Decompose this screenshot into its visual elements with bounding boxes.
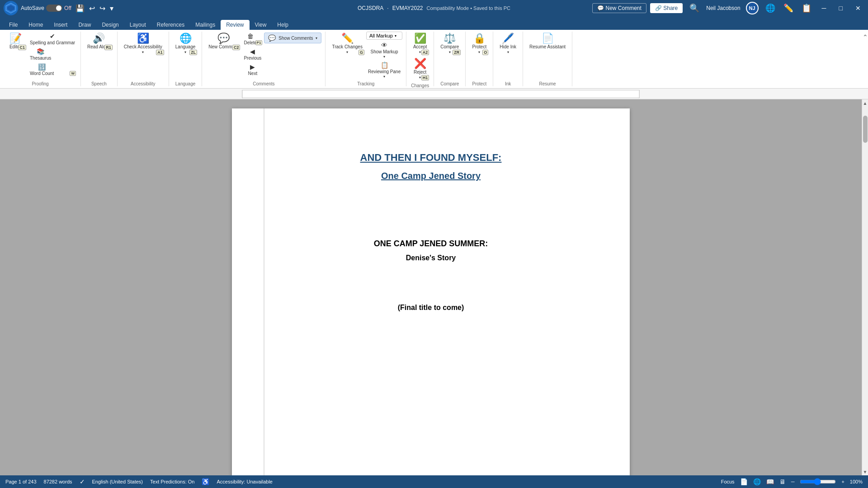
proofing-items: 📝 Editor C1 ✔ Spelling and Grammar 📚 The… [4, 32, 77, 80]
focus-button[interactable]: Focus [721, 479, 735, 484]
tab-home[interactable]: Home [23, 20, 48, 30]
new-comment-icon: 💬 [217, 33, 230, 43]
zoom-slider[interactable] [800, 478, 836, 485]
ribbon-display-button[interactable]: 📋 [800, 2, 813, 14]
ribbon-group-tracking: ✏️ Track Changes ▾ G All Markup ▾ 👁 Show… [326, 32, 406, 86]
read-aloud-keytip: R1 [104, 45, 113, 50]
minimize-button[interactable]: ─ [818, 0, 830, 16]
scroll-down-button[interactable]: ▼ [862, 468, 868, 475]
accessibility-icon: ♿ [137, 33, 149, 43]
previous-icon: ◀ [250, 48, 255, 55]
word-count-keytip: W [70, 71, 76, 76]
hide-ink-button[interactable]: 🖊️ Hide Ink ▾ [497, 32, 519, 56]
next-icon: ▶ [250, 63, 255, 70]
autosave-label: AutoSave [21, 5, 44, 11]
ribbon-group-proofing: 📝 Editor C1 ✔ Spelling and Grammar 📚 The… [0, 32, 81, 86]
document-heading3: (Final title to come) [275, 304, 586, 312]
immersive-reader-icon[interactable]: 🖥 [779, 478, 786, 485]
tab-draw[interactable]: Draw [73, 20, 96, 30]
reject-keytip: H1 [421, 75, 429, 80]
tab-view[interactable]: View [250, 20, 272, 30]
title-bar-right: 💬 New Comment 🔗 Share 🔍 Neil Jacobson NJ… [592, 0, 864, 16]
reading-layout-icon[interactable]: 📖 [766, 478, 774, 485]
status-left: Page 1 of 243 87282 words ✓ English (Uni… [5, 478, 273, 485]
ribbon-group-accessibility: ♿ Check Accessibility ▾ A1 Accessibility [118, 32, 169, 86]
autosave-state: Off [64, 5, 71, 11]
tab-layout[interactable]: Layout [124, 20, 151, 30]
tab-file[interactable]: File [4, 20, 23, 30]
markup-dropdown[interactable]: All Markup ▾ [366, 32, 402, 40]
tab-references[interactable]: References [151, 20, 190, 30]
status-bar: Page 1 of 243 87282 words ✓ English (Uni… [0, 475, 868, 488]
print-layout-icon[interactable]: 📄 [740, 478, 748, 485]
spacer2 [275, 267, 586, 304]
margin-bar [264, 108, 264, 475]
accept-icon: ✅ [414, 33, 426, 43]
spelling-icon: ✔ [50, 33, 55, 40]
autosave-toggle[interactable] [46, 5, 62, 12]
editor-icon: 📝 [9, 33, 22, 43]
globe-button[interactable]: 🌐 [764, 2, 777, 14]
tab-insert[interactable]: Insert [48, 20, 73, 30]
document-title-main: AND THEN I FOUND MYSELF: [275, 152, 586, 164]
thesaurus-icon: 📚 [37, 48, 44, 55]
ribbon-collapse[interactable]: ⌃ [863, 32, 868, 86]
zoom-in-button[interactable]: + [841, 479, 844, 484]
show-comments-icon: 💬 [268, 35, 276, 41]
comments-share-area: 💬 New Comment 🔗 Share [592, 3, 683, 13]
share-button[interactable]: 🔗 Share [650, 3, 683, 13]
protect-label: Protect [472, 80, 486, 86]
maximize-button[interactable]: □ [835, 0, 846, 16]
scroll-thumb[interactable] [863, 116, 868, 143]
qab-more-button[interactable]: ▾ [108, 3, 115, 14]
show-comments-button[interactable]: 💬 Show Comments ▾ [264, 33, 321, 43]
zoom-out-button[interactable]: ─ [791, 479, 795, 484]
tab-mailings[interactable]: Mailings [190, 20, 221, 30]
search-button[interactable]: 🔍 [688, 2, 701, 14]
spacer1 [275, 203, 586, 239]
file-version: EVMAY2022 [392, 5, 423, 11]
tab-design[interactable]: Design [96, 20, 124, 30]
resume-assistant-button[interactable]: 📄 Resume Assistant [527, 32, 568, 51]
collapse-arrow-icon[interactable]: ⌃ [863, 33, 868, 41]
resume-label: Resume [539, 80, 556, 86]
save-qab-button[interactable]: 💾 [74, 3, 86, 14]
zoom-level: 100% [850, 479, 863, 484]
language-status: English (United States) [92, 479, 143, 484]
close-button[interactable]: ✕ [852, 0, 864, 16]
previous-comment-button[interactable]: ◀ Previous [242, 47, 263, 61]
pen-button[interactable]: ✏️ [782, 2, 795, 14]
title-bar-left: AutoSave Off 💾 ↩ ↪ ▾ [4, 1, 115, 15]
ruler [242, 90, 640, 98]
scroll-up-button[interactable]: ▲ [862, 99, 868, 107]
ribbon-group-speech: 🔊 Read Aloud R1 Speech [81, 32, 118, 86]
spelling-button[interactable]: ✔ Spelling and Grammar [28, 32, 77, 46]
tab-review[interactable]: Review [221, 20, 249, 30]
markup-label: All Markup [369, 33, 393, 38]
comments-top-button[interactable]: 💬 New Comment [592, 3, 646, 13]
undo-button[interactable]: ↩ [88, 3, 96, 14]
proofing-label: Proofing [32, 80, 48, 86]
ribbon-group-resume: 📄 Resume Assistant Resume [523, 32, 572, 86]
next-comment-button[interactable]: ▶ Next [242, 62, 263, 77]
user-avatar[interactable]: NJ [746, 2, 759, 14]
editor-keytip: C1 [18, 45, 26, 50]
redo-button[interactable]: ↪ [98, 3, 107, 14]
vertical-scrollbar[interactable]: ▲ ▼ [862, 99, 868, 475]
title-bar: AutoSave Off 💾 ↩ ↪ ▾ OCJSDRA · EVMAY2022… [0, 0, 868, 16]
speech-label: Speech [91, 80, 107, 86]
web-layout-icon[interactable]: 🌐 [753, 478, 761, 485]
changes-label: Changes [411, 81, 429, 88]
word-count-button[interactable]: 🔢 Word Count [28, 62, 56, 77]
document-scroll-area[interactable]: AND THEN I FOUND MYSELF: One Camp Jened … [0, 99, 862, 475]
comments-label: Comments [253, 80, 274, 86]
reviewing-pane-button[interactable]: 📋 Reviewing Pane ▾ [366, 61, 402, 80]
show-markup-button[interactable]: 👁 Show Markup ▾ [366, 41, 402, 60]
thesaurus-button[interactable]: 📚 Thesaurus [28, 47, 53, 61]
ink-label: Ink [505, 80, 511, 86]
compare-icon: ⚖️ [443, 33, 456, 43]
accessibility-keytip: A1 [156, 50, 164, 55]
tab-help[interactable]: Help [272, 20, 294, 30]
proofing-col: ✔ Spelling and Grammar 📚 Thesaurus 🔢 Wor… [28, 32, 77, 77]
document-page[interactable]: AND THEN I FOUND MYSELF: One Camp Jened … [232, 108, 630, 475]
